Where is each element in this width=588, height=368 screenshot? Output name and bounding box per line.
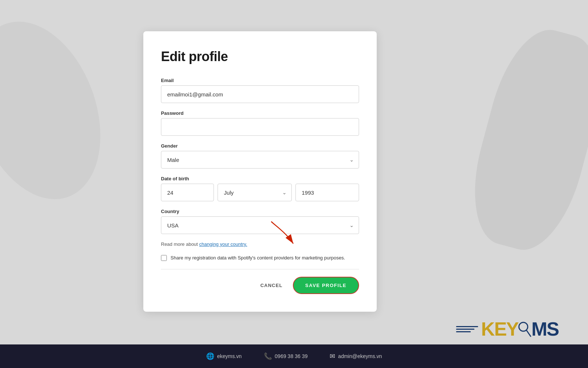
logo-line-3 [456, 331, 471, 332]
dob-label: Date of birth [161, 176, 359, 181]
country-group: Country USA Vietnam UK ⌄ [161, 209, 359, 234]
gender-select-wrapper: Male Female Non-binary Prefer not to say… [161, 151, 359, 169]
globe-icon: 🌐 [206, 352, 214, 360]
page-title: Edit profile [161, 49, 359, 64]
logo-line-1 [456, 326, 478, 327]
password-label: Password [161, 110, 359, 116]
bg-decoration-left [0, 4, 123, 217]
edit-profile-card: Edit profile Email Password Gender Male … [143, 31, 377, 312]
action-row: CANCEL SAVE PROFILE [161, 277, 359, 294]
country-link-text: Read more about changing your country. [161, 241, 359, 247]
country-select[interactable]: USA Vietnam UK [161, 216, 359, 234]
password-input[interactable] [161, 118, 359, 136]
marketing-checkbox-group: Share my registration data with Spotify'… [161, 254, 359, 262]
footer-website-text: ekeyms.vn [217, 353, 242, 359]
country-select-wrapper: USA Vietnam UK ⌄ [161, 216, 359, 234]
email-icon: ✉ [330, 352, 335, 360]
marketing-checkbox-label: Share my registration data with Spotify'… [171, 254, 345, 262]
gender-group: Gender Male Female Non-binary Prefer not… [161, 143, 359, 169]
dob-year-wrapper [295, 184, 359, 201]
phone-icon: 📞 [264, 352, 272, 360]
footer-bar: 🌐 ekeyms.vn 📞 0969 38 36 39 ✉ admin@ekey… [0, 344, 588, 368]
svg-point-1 [519, 322, 528, 331]
dob-month-select[interactable]: January February March April May June Ju… [218, 184, 292, 201]
changing-country-link[interactable]: changing your country. [199, 241, 247, 247]
svg-line-2 [527, 330, 531, 336]
footer-phone: 📞 0969 38 36 39 [264, 352, 308, 360]
logo-line-2 [456, 329, 474, 330]
logo-graphic: KEY MS [456, 319, 559, 339]
dob-group: Date of birth January February March Apr… [161, 176, 359, 201]
dob-day-input[interactable] [161, 184, 214, 201]
dob-year-input[interactable] [295, 184, 359, 201]
footer-email-text: admin@ekeyms.vn [338, 353, 382, 359]
logo-text-group: KEY MS [481, 319, 559, 339]
bg-decoration-right [458, 20, 588, 260]
email-label: Email [161, 78, 359, 83]
logo-ms-text: MS [531, 319, 559, 339]
cancel-button[interactable]: CANCEL [260, 283, 282, 288]
footer-phone-text: 0969 38 36 39 [275, 353, 308, 359]
logo-lines [456, 326, 478, 332]
footer-email: ✉ admin@ekeyms.vn [330, 352, 382, 360]
save-profile-button[interactable]: SAVE PROFILE [293, 277, 359, 294]
dob-month-wrapper: January February March April May June Ju… [218, 184, 292, 201]
logo-magnifier-icon [518, 319, 531, 339]
footer-website: 🌐 ekeyms.vn [206, 352, 242, 360]
email-input[interactable] [161, 85, 359, 103]
password-group: Password [161, 110, 359, 136]
gender-select[interactable]: Male Female Non-binary Prefer not to say [161, 151, 359, 169]
email-group: Email [161, 78, 359, 103]
marketing-checkbox[interactable] [161, 255, 167, 261]
form-divider [161, 269, 359, 269]
dob-row: January February March April May June Ju… [161, 184, 359, 201]
dob-day-wrapper [161, 184, 214, 201]
logo-key-text: KEY [481, 319, 518, 339]
gender-label: Gender [161, 143, 359, 149]
country-label: Country [161, 209, 359, 214]
logo-area: KEY MS [456, 319, 559, 339]
